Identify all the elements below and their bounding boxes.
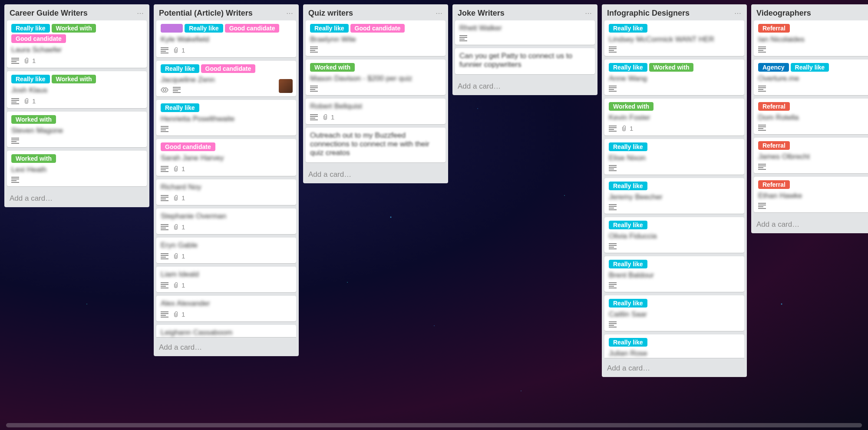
label-really_like: Really like: [185, 24, 223, 33]
card[interactable]: Really likeGood candidateBraelynn Wite: [306, 20, 446, 56]
label-really_like: Really like: [609, 142, 647, 151]
card-title: Jeremy Beecher: [609, 193, 740, 202]
card[interactable]: Really likeOlivia Fiduccia: [604, 217, 744, 253]
attachment-count: 1: [182, 46, 185, 54]
card[interactable]: Eryn Gable1: [156, 238, 296, 263]
description-icon: [310, 86, 318, 92]
card[interactable]: Stephanie Overman1: [156, 208, 296, 234]
card[interactable]: Good candidateSarah Jane Harvey1: [156, 139, 296, 176]
cards-container: Really likeGood candidateKyle Wakefield1…: [154, 20, 299, 339]
card[interactable]: Really likeGood candidateKyle Wakefield1: [156, 20, 296, 57]
card[interactable]: Really likeLindsey McCormick WANT HER: [604, 20, 744, 56]
card-title: Richard Noy: [161, 183, 292, 192]
card-labels: Referral: [758, 180, 868, 189]
attachment-count: 1: [630, 125, 633, 132]
attachment-count: 1: [32, 97, 36, 105]
card-labels: Referral: [758, 102, 868, 111]
description-icon: [609, 321, 617, 327]
card[interactable]: Really likeJeremy Beecher: [604, 178, 744, 214]
description-icon: [11, 98, 19, 104]
card[interactable]: Worked withKevin Foster1: [604, 99, 744, 136]
add-card-button[interactable]: Add a card…: [4, 190, 149, 207]
card[interactable]: Leighann Cassaboom: [156, 325, 296, 337]
card-title: Lindsey McCormick WANT HER: [609, 35, 740, 44]
card[interactable]: Worked withMason Davison - $200 per quiz: [306, 60, 446, 95]
card[interactable]: Really likeCaitlin Saar: [604, 295, 744, 331]
card-badges: 1: [609, 125, 740, 132]
card-badges: [459, 35, 591, 41]
list-title[interactable]: Career Guide Writers: [10, 9, 88, 18]
list-menu-icon[interactable]: ⋯: [137, 9, 144, 17]
card[interactable]: Really likeWorked withAnne Wang: [604, 60, 744, 95]
card[interactable]: Alex Alexander1: [156, 296, 296, 321]
attachment-badge: 1: [173, 46, 185, 54]
cards-container: Really likeLindsey McCormick WANT HERRea…: [602, 20, 747, 360]
card[interactable]: ReferralJames Olbrecht: [754, 138, 868, 173]
card[interactable]: Really likeElise Nixon: [604, 139, 744, 175]
card[interactable]: Really likeWorked withGood candidateLaur…: [7, 20, 147, 68]
card[interactable]: Liam Ideald1: [156, 267, 296, 292]
card-title: Mason Davison - $200 per quiz: [310, 74, 441, 83]
card-labels: Really like: [609, 182, 740, 190]
description-icon: [758, 164, 766, 170]
list-menu-icon[interactable]: ⋯: [286, 9, 294, 17]
list: Potential (Article) Writers⋯ Really like…: [154, 4, 299, 356]
list-title[interactable]: Potential (Article) Writers: [159, 9, 253, 18]
card[interactable]: Really likeWorked withJosh Klaus1: [7, 71, 147, 108]
card-title: Henrietta Poselthwaite: [161, 115, 292, 123]
description-icon: [11, 138, 19, 144]
card[interactable]: Really likeJulian Rose: [604, 334, 744, 358]
card-badges: [758, 203, 868, 209]
card[interactable]: AgencyReally likeOverture.me: [754, 60, 868, 95]
card[interactable]: Can you get Patty to connect us to funni…: [455, 48, 595, 74]
card-labels: Worked with: [609, 102, 740, 111]
label-referral: Referral: [758, 102, 790, 111]
label-really_like: Really like: [609, 221, 647, 229]
add-card-button[interactable]: Add a card…: [751, 216, 868, 233]
card[interactable]: ReferralIan Nicolaides: [754, 20, 868, 56]
list-menu-icon[interactable]: ⋯: [585, 9, 592, 17]
card-labels: Really likeGood candidate: [310, 24, 441, 33]
card[interactable]: Worked withLexi Heath: [7, 151, 147, 186]
cards-container: Really likeGood candidateBraelynn WiteWo…: [303, 20, 448, 166]
list-title[interactable]: Videographers: [756, 9, 811, 18]
card-badges: 1: [161, 223, 292, 231]
add-card-button[interactable]: Add a card…: [154, 339, 299, 356]
add-card-button[interactable]: Add a card…: [303, 166, 448, 183]
add-card-button[interactable]: Add a card…: [602, 360, 747, 377]
list-title[interactable]: Joke Writers: [458, 9, 505, 18]
member-avatar[interactable]: [279, 79, 293, 93]
list-title[interactable]: Infographic Designers: [607, 9, 690, 18]
description-icon: [161, 166, 168, 172]
horizontal-scrollbar[interactable]: [6, 423, 862, 427]
card[interactable]: Richard Noy1: [156, 179, 296, 205]
card[interactable]: ReferralDom Rotella: [754, 99, 868, 134]
card-badges: 1: [11, 57, 142, 64]
card-title: Steven Magone: [11, 126, 142, 135]
list-title[interactable]: Quiz writers: [308, 9, 353, 18]
label-really_like: Really like: [310, 24, 349, 33]
card[interactable]: Robert Bellquist1: [306, 99, 446, 124]
card[interactable]: Rhett Walker: [455, 20, 595, 45]
label-referral: Referral: [758, 141, 790, 150]
card[interactable]: ReferralEthan Hawke: [754, 177, 868, 212]
card[interactable]: Really likeBrent Baldour: [604, 256, 744, 292]
card[interactable]: Really likeHenrietta Poselthwaite: [156, 100, 296, 136]
card-labels: Really like: [609, 24, 740, 33]
card[interactable]: Worked withSteven Magone: [7, 112, 147, 147]
description-icon: [161, 253, 168, 259]
list-menu-icon[interactable]: ⋯: [436, 9, 443, 17]
add-card-button[interactable]: Add a card…: [452, 78, 597, 95]
label-good_candidate: Good candidate: [350, 24, 405, 33]
label-worked_with: Worked with: [52, 24, 96, 33]
card-title: Laura Schaefer: [11, 46, 142, 54]
card[interactable]: Really likeGood candidateJacqueline Zenn: [156, 61, 296, 96]
card-badges: [11, 138, 142, 144]
label-referral: Referral: [758, 180, 790, 189]
card-title: James Olbrecht: [758, 152, 868, 161]
card[interactable]: Outreach out to my Buzzfeed connections …: [306, 128, 446, 162]
card-title: Ian Nicolaides: [758, 35, 868, 44]
attachment-count: 1: [182, 281, 185, 289]
card-labels: Really like: [609, 142, 740, 151]
list-menu-icon[interactable]: ⋯: [734, 9, 742, 17]
